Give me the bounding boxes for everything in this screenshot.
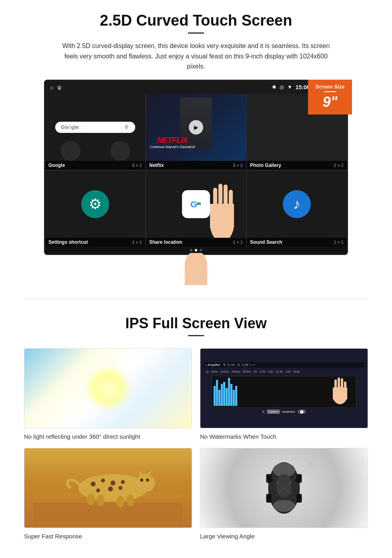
svg-point-43 — [276, 474, 292, 498]
feature-grid: No light reflecting under 360° direct su… — [24, 348, 368, 540]
maps-svg: G — [188, 196, 204, 212]
eq-bar-5 — [223, 382, 225, 406]
dot-3 — [200, 249, 202, 251]
svg-point-22 — [110, 480, 115, 485]
amplifier-image: ⌂ Amplifier ▼ 17:33 ⊡ ◁) ⊠ ▭ ↩ ||| 60hz … — [200, 348, 368, 428]
eq-bar-3 — [218, 390, 220, 406]
share-app-name: Share location — [149, 239, 182, 245]
dot-2 — [195, 249, 197, 251]
amp-bottom: ⟨⟨ Custom loudness ⬤ — [262, 409, 306, 414]
netflix-subtitle: Continue Marvel's Daredevil — [150, 145, 195, 149]
svg-rect-44 — [266, 474, 272, 483]
extended-hand-svg — [166, 253, 226, 285]
svg-point-32 — [126, 494, 134, 506]
device-mockup: Screen Size 9" ⌂ ψ ✱ ◎ ▼ 15:06 ⊡ ◁) ⊠ — [44, 80, 348, 285]
gallery-label: Photo Gallery 2 × 2 — [247, 161, 347, 170]
share-label: Share location 1 × 1 — [146, 238, 246, 247]
music-note-icon: ♪ — [293, 196, 300, 213]
svg-point-26 — [118, 486, 122, 490]
section-divider — [24, 299, 368, 299]
svg-point-34 — [97, 494, 105, 506]
google-bg — [45, 120, 145, 161]
device-frame: ⌂ ψ ✱ ◎ ▼ 15:06 ⊡ ◁) ⊠ ▭ — [44, 80, 348, 255]
sunlight-caption: No light reflecting under 360° direct su… — [24, 433, 192, 440]
amp-freq-labels: ||| 60hz 100hz 200hz 500hz 1k 2.5k 10k 1… — [204, 369, 364, 374]
feature-fast: Super Fast Response — [24, 448, 192, 540]
sound-icon-circle: ♪ — [283, 190, 311, 218]
share-app-size: 1 × 1 — [233, 240, 243, 245]
svg-text:G: G — [190, 199, 197, 209]
fast-caption: Super Fast Response — [24, 533, 192, 540]
svg-point-33 — [116, 496, 124, 508]
svg-rect-10 — [185, 263, 207, 285]
app-cell-sound[interactable]: ♪ Sound Search 1 × 1 — [247, 171, 347, 247]
cheetah-svg — [24, 448, 192, 528]
app-cell-netflix[interactable]: ▶ NETFLIX Continue Marvel's Daredevil Ne… — [146, 94, 246, 170]
gallery-app-name: Photo Gallery — [250, 163, 281, 168]
settings-app-name: Settings shortcut — [48, 239, 88, 245]
eq-bar-2 — [216, 380, 218, 406]
section-ips: IPS Full Screen View No light reflecting… — [0, 311, 392, 552]
svg-marker-31 — [147, 470, 153, 474]
maps-icon: G — [182, 190, 210, 218]
app-cell-share[interactable]: G — [146, 171, 246, 247]
svg-point-28 — [140, 478, 143, 481]
feature-watermarks: ⌂ Amplifier ▼ 17:33 ⊡ ◁) ⊠ ▭ ↩ ||| 60hz … — [200, 348, 368, 440]
amp-hand — [328, 375, 352, 407]
svg-rect-16 — [344, 381, 346, 390]
google-app-size: 3 × 1 — [132, 163, 142, 168]
gear-icon: ⚙ — [89, 196, 102, 213]
play-button[interactable]: ▶ — [189, 120, 203, 134]
home-icon[interactable]: ⌂ — [50, 84, 53, 90]
amp-icons: ⊡ ◁) ⊠ ▭ ↩ — [237, 363, 256, 367]
gallery-app-size: 2 × 2 — [334, 163, 344, 168]
svg-point-40 — [273, 500, 295, 512]
settings-label: Settings shortcut 1 × 1 — [45, 238, 145, 247]
car-visual — [200, 448, 368, 528]
eq-bar-6 — [226, 388, 228, 406]
sound-icon-area: ♪ — [247, 171, 347, 238]
svg-point-25 — [108, 486, 113, 491]
svg-rect-15 — [341, 378, 343, 389]
svg-rect-13 — [334, 379, 337, 391]
watermarks-caption: No Watermarks When Touch — [200, 433, 368, 440]
app-cell-google[interactable]: Google 🎙 Google 3 × 1 — [45, 94, 145, 170]
settings-app-size: 1 × 1 — [132, 240, 142, 245]
eq-bar-4 — [221, 384, 223, 406]
amp-time: ▼ 17:33 — [223, 363, 235, 367]
svg-point-21 — [101, 478, 105, 482]
eq-bar-1 — [214, 386, 216, 406]
custom-btn[interactable]: Custom — [267, 409, 280, 414]
amp-title: ⌂ Amplifier — [205, 363, 220, 367]
status-bar: ⌂ ψ ✱ ◎ ▼ 15:06 ⊡ ◁) ⊠ ▭ — [45, 81, 347, 94]
badge-size: 9" — [314, 94, 346, 110]
svg-point-27 — [135, 474, 155, 492]
svg-rect-45 — [296, 474, 302, 483]
svg-point-20 — [91, 482, 96, 486]
loudness-toggle[interactable]: ⬤ — [298, 409, 306, 414]
svg-rect-5 — [213, 188, 217, 212]
eq-bar-8 — [230, 384, 232, 406]
badge-divider — [324, 91, 336, 92]
app-cell-settings[interactable]: ⚙ Settings shortcut 1 × 1 — [45, 171, 145, 247]
netflix-overlay: NETFLIX Continue Marvel's Daredevil — [150, 136, 195, 149]
share-icon-area: G — [146, 171, 246, 238]
netflix-app-size: 3 × 2 — [233, 163, 243, 168]
svg-point-23 — [121, 480, 125, 484]
badge-title: Screen Size — [314, 84, 346, 90]
section1-title: 2.5D Curved Touch Screen — [24, 12, 368, 29]
amp-header: ⌂ Amplifier ▼ 17:33 ⊡ ◁) ⊠ ▭ ↩ — [204, 362, 364, 367]
feature-viewing: Large Viewing Angle — [200, 448, 368, 540]
car-image — [200, 448, 368, 528]
svg-rect-6 — [218, 184, 222, 210]
cheetah-image — [24, 448, 192, 528]
eq-bar-10 — [235, 386, 237, 406]
svg-point-24 — [96, 488, 100, 492]
svg-point-35 — [87, 493, 95, 505]
section-curved-screen: 2.5D Curved Touch Screen With 2.5D curve… — [0, 0, 392, 291]
amplifier-visual: ⌂ Amplifier ▼ 17:33 ⊡ ◁) ⊠ ▭ ↩ ||| 60hz … — [200, 349, 368, 428]
bluetooth-icon: ✱ — [272, 84, 276, 90]
sunlight-image — [24, 348, 192, 428]
section1-description: With 2.5D curved-display screen, this de… — [56, 41, 336, 72]
section2-divider — [188, 335, 204, 336]
